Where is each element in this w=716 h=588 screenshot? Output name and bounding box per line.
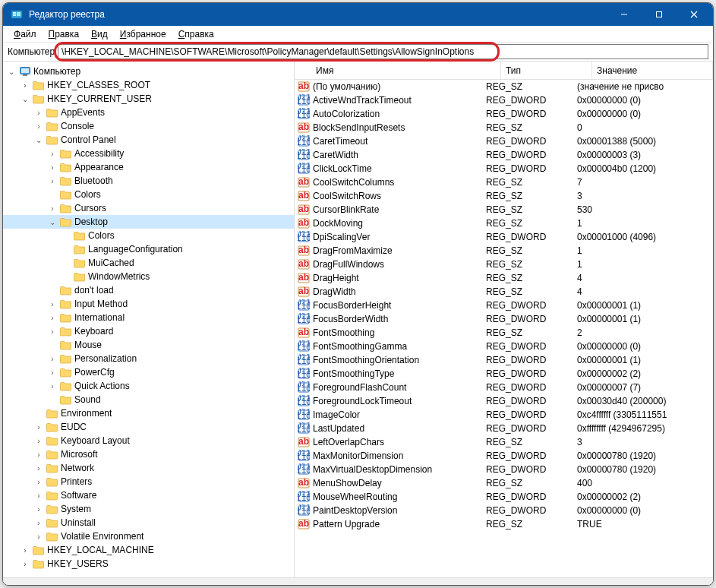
chevron-right-icon[interactable]: › <box>20 81 30 90</box>
chevron-right-icon[interactable]: › <box>47 382 58 390</box>
tree-item[interactable]: ›HKEY_LOCAL_MACHINE <box>3 543 294 557</box>
value-row[interactable]: abLeftOverlapCharsREG_SZ3 <box>295 435 713 449</box>
menu-избранное[interactable]: Избранное <box>114 27 172 41</box>
tree-item[interactable]: ›EUDC <box>3 420 294 434</box>
value-row[interactable]: 011110AutoColorizationREG_DWORD0x0000000… <box>295 107 713 121</box>
chevron-down-icon[interactable]: ⌄ <box>33 136 44 144</box>
value-row[interactable]: 011110MaxMonitorDimensionREG_DWORD0x0000… <box>295 449 713 463</box>
tree-item[interactable]: ›Keyboard <box>3 324 294 338</box>
tree-item[interactable]: ›Accessibility <box>3 147 294 160</box>
tree-item[interactable]: ›Bluetooth <box>3 174 294 188</box>
tree-item[interactable]: ›Console <box>3 119 294 133</box>
value-row[interactable]: abDragFullWindowsREG_SZ1 <box>295 258 713 271</box>
chevron-right-icon[interactable]: › <box>20 546 30 555</box>
chevron-right-icon[interactable]: › <box>47 163 58 172</box>
tree-item[interactable]: ⌄Control Panel <box>3 133 294 147</box>
chevron-right-icon[interactable]: › <box>47 150 58 158</box>
menubar[interactable]: ФайлПравкаВидИзбранноеСправка <box>3 26 713 43</box>
chevron-right-icon[interactable]: › <box>33 464 44 473</box>
value-row[interactable]: 011110FontSmoothingGammaREG_DWORD0x00000… <box>295 340 713 353</box>
chevron-right-icon[interactable]: › <box>47 204 58 213</box>
menu-справка[interactable]: Справка <box>172 27 220 41</box>
value-row[interactable]: abCoolSwitchColumnsREG_SZ7 <box>295 175 713 189</box>
value-row[interactable]: abBlockSendInputResetsREG_SZ0 <box>295 121 713 134</box>
value-row[interactable]: 011110FontSmoothingOrientationREG_DWORD0… <box>295 353 713 367</box>
tree-item[interactable]: ›Printers <box>3 475 294 488</box>
tree-item[interactable]: ›HKEY_CLASSES_ROOT <box>3 78 294 92</box>
value-row[interactable]: abDragFromMaximizeREG_SZ1 <box>295 244 713 258</box>
tree-item[interactable]: ›WindowMetrics <box>3 270 294 283</box>
tree-item[interactable]: ›don't load <box>3 283 294 297</box>
chevron-down-icon[interactable]: ⌄ <box>20 95 30 103</box>
value-row[interactable]: 011110MaxVirtualDesktopDimensionREG_DWOR… <box>295 463 713 476</box>
chevron-right-icon[interactable]: › <box>33 492 44 500</box>
chevron-right-icon[interactable]: › <box>47 368 58 377</box>
chevron-right-icon[interactable]: › <box>47 177 58 185</box>
tree-item[interactable]: ›Uninstall <box>3 516 294 530</box>
chevron-right-icon[interactable]: › <box>47 300 58 308</box>
chevron-right-icon[interactable]: › <box>33 478 44 486</box>
value-row[interactable]: 011110FocusBorderWidthREG_DWORD0x0000000… <box>295 312 713 326</box>
chevron-right-icon[interactable]: › <box>33 109 44 117</box>
tree-item[interactable]: ›Personalization <box>3 352 294 365</box>
value-row[interactable]: abDockMovingREG_SZ1 <box>295 217 713 230</box>
value-row[interactable]: abDragWidthREG_SZ4 <box>295 285 713 299</box>
tree-item[interactable]: ⌄HKEY_CURRENT_USER <box>3 92 294 106</box>
tree-item[interactable]: ›Appearance <box>3 160 294 174</box>
chevron-right-icon[interactable]: › <box>33 423 44 432</box>
value-row[interactable]: abPattern UpgradeREG_SZTRUE <box>295 517 713 531</box>
chevron-down-icon[interactable]: ⌄ <box>6 68 17 76</box>
value-row[interactable]: 011110LastUpdatedREG_DWORD0xffffffff (42… <box>295 422 713 435</box>
value-row[interactable]: 011110ClickLockTimeREG_DWORD0x000004b0 (… <box>295 162 713 175</box>
col-value[interactable]: Значение <box>592 62 713 79</box>
tree-item[interactable]: ›Network <box>3 461 294 475</box>
tree-item[interactable]: ›HKEY_USERS <box>3 557 294 571</box>
tree-item[interactable]: ›LanguageConfiguration <box>3 242 294 256</box>
tree-item[interactable]: ›Input Method <box>3 297 294 311</box>
col-type[interactable]: Тип <box>501 62 592 79</box>
tree-item[interactable]: ⌄Desktop <box>3 215 294 229</box>
chevron-right-icon[interactable]: › <box>47 327 58 336</box>
col-name[interactable]: Имя <box>295 62 501 79</box>
tree-item[interactable]: ›Mouse <box>3 338 294 352</box>
menu-файл[interactable]: Файл <box>8 27 43 41</box>
value-row[interactable]: abDragHeightREG_SZ4 <box>295 271 713 285</box>
tree-item[interactable]: ›AppEvents <box>3 106 294 119</box>
chevron-right-icon[interactable]: › <box>47 355 58 363</box>
menu-правка[interactable]: Правка <box>43 27 86 41</box>
value-row[interactable]: 011110FontSmoothingTypeREG_DWORD0x000000… <box>295 367 713 381</box>
tree-item[interactable]: ›Microsoft <box>3 447 294 461</box>
chevron-right-icon[interactable]: › <box>20 560 30 568</box>
value-row[interactable]: 011110CaretTimeoutREG_DWORD0x00001388 (5… <box>295 134 713 148</box>
value-row[interactable]: 011110ImageColorREG_DWORD0xc4ffffff (330… <box>295 408 713 422</box>
tree-item[interactable]: ›Sound <box>3 393 294 406</box>
value-row[interactable]: 011110ActiveWndTrackTimeoutREG_DWORD0x00… <box>295 93 713 107</box>
maximize-button[interactable] <box>642 3 677 26</box>
chevron-right-icon[interactable]: › <box>47 314 58 322</box>
value-row[interactable]: 011110ForegroundFlashCountREG_DWORD0x000… <box>295 381 713 394</box>
value-row[interactable]: 011110DpiScalingVerREG_DWORD0x00001000 (… <box>295 230 713 244</box>
chevron-right-icon[interactable]: › <box>33 505 44 514</box>
tree-item[interactable]: ›Environment <box>3 406 294 420</box>
value-row[interactable]: 011110ForegroundLockTimeoutREG_DWORD0x00… <box>295 394 713 408</box>
tree-item[interactable]: ›System <box>3 502 294 516</box>
value-row[interactable]: abCursorBlinkRateREG_SZ530 <box>295 203 713 217</box>
value-row[interactable]: 011110MouseWheelRoutingREG_DWORD0x000000… <box>295 490 713 504</box>
tree-item[interactable]: ›Software <box>3 488 294 502</box>
menu-вид[interactable]: Вид <box>85 27 114 41</box>
tree-item[interactable]: ›Quick Actions <box>3 379 294 393</box>
tree-item[interactable]: ›PowerCfg <box>3 365 294 379</box>
chevron-right-icon[interactable]: › <box>33 450 44 459</box>
chevron-right-icon[interactable]: › <box>33 437 44 445</box>
value-row[interactable]: 011110FocusBorderHeightREG_DWORD0x000000… <box>295 299 713 312</box>
tree-pane[interactable]: ⌄Компьютер›HKEY_CLASSES_ROOT⌄HKEY_CURREN… <box>3 62 295 577</box>
value-row[interactable]: abFontSmoothingREG_SZ2 <box>295 326 713 340</box>
value-row[interactable]: abCoolSwitchRowsREG_SZ3 <box>295 189 713 203</box>
chevron-down-icon[interactable]: ⌄ <box>47 218 58 226</box>
chevron-right-icon[interactable]: › <box>33 533 44 541</box>
column-headers[interactable]: Имя Тип Значение <box>295 62 713 80</box>
tree-item[interactable]: ›Colors <box>3 188 294 201</box>
close-button[interactable] <box>677 3 711 26</box>
chevron-right-icon[interactable]: › <box>33 122 44 131</box>
tree-item[interactable]: ›MuiCached <box>3 256 294 270</box>
